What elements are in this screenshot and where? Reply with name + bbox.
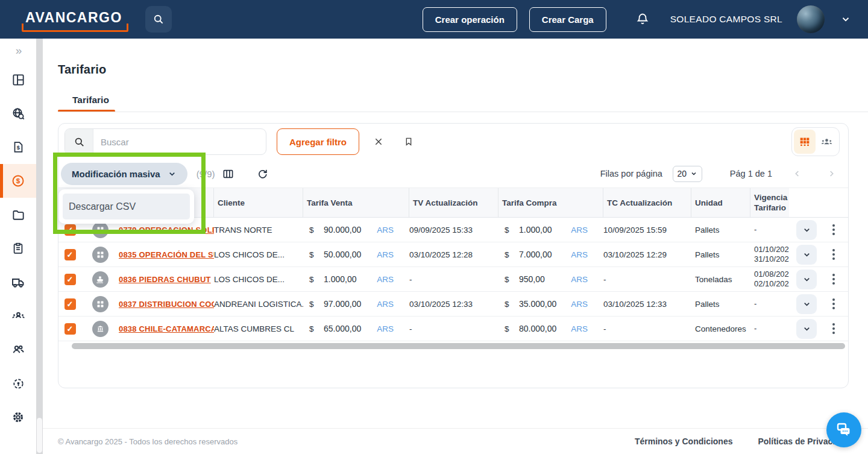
sidebar-item-tracking[interactable] <box>0 367 36 400</box>
account-menu-chevron-icon[interactable] <box>840 14 851 25</box>
cell-cliente: ALTAS CUMBRES CL <box>214 317 303 341</box>
bulk-edit-button[interactable]: Modificación masiva <box>61 163 187 185</box>
table-body: ✓ 0779 OPERCACION SOLEADO TRANS NORTE $ … <box>58 218 848 341</box>
row-checkbox[interactable]: ✓ <box>64 224 76 236</box>
operation-link[interactable]: 0836 PIEDRAS CHUBUT <box>119 275 211 284</box>
save-filter-button[interactable] <box>400 133 417 151</box>
rows-per-page-select[interactable]: 20 <box>673 166 702 182</box>
create-cargo-button[interactable]: Crear Carga <box>529 7 606 32</box>
prev-page-button[interactable] <box>790 166 805 181</box>
currency-symbol: $ <box>505 275 509 284</box>
main-content: Tarifario Tarifario Agregar filtro <box>43 39 868 454</box>
tariff-table-card: Agregar filtro <box>58 123 849 388</box>
row-actions <box>789 218 848 242</box>
navbar-search-button[interactable] <box>145 6 172 33</box>
header-unidad[interactable]: Unidad <box>691 188 750 217</box>
add-filter-button[interactable]: Agregar filtro <box>277 128 359 155</box>
next-page-button[interactable] <box>824 166 838 181</box>
row-menu-button[interactable] <box>830 321 837 336</box>
sidebar-item-fleet[interactable] <box>0 265 36 299</box>
operation-link[interactable]: 0837 DISTRIBUCION COCA... <box>119 300 214 309</box>
cell-tv-actualizacion: 03/10/2025 12:33 <box>409 292 498 316</box>
svg-text:$: $ <box>16 177 20 184</box>
operation-link[interactable]: 0838 CHILE-CATAMARCA <box>119 324 214 333</box>
clear-filters-button[interactable] <box>370 133 387 150</box>
truck-icon <box>11 275 25 289</box>
row-menu-button[interactable] <box>830 296 837 312</box>
notifications-bell-icon[interactable] <box>635 12 650 27</box>
bulk-edit-label: Modificación masiva <box>72 169 160 179</box>
search-input[interactable] <box>93 137 266 147</box>
vertical-scrollbar-thumb[interactable] <box>37 418 42 453</box>
search-box[interactable] <box>64 128 266 155</box>
currency-symbol: $ <box>505 225 509 235</box>
grid-view-button[interactable] <box>794 130 816 154</box>
operation-link[interactable]: 0835 OPERACIÓN DEL SUR <box>119 250 214 259</box>
row-menu-button[interactable] <box>830 222 837 238</box>
header-tv-actualizacion[interactable]: TV Actualización <box>409 188 498 217</box>
chevron-down-icon <box>802 324 811 333</box>
people-view-button[interactable] <box>816 130 837 154</box>
expand-row-button[interactable] <box>796 294 817 314</box>
rows-per-page-label: Filas por página <box>600 169 662 178</box>
row-menu-button[interactable] <box>830 247 837 262</box>
chevron-down-icon <box>168 169 177 178</box>
row-menu-button[interactable] <box>830 271 837 287</box>
sidebar-item-operations-search[interactable] <box>0 96 36 130</box>
tab-tarifario[interactable]: Tarifario <box>72 95 109 106</box>
folder-icon <box>11 208 25 222</box>
chat-widget-button[interactable] <box>826 412 861 447</box>
row-checkbox[interactable]: ✓ <box>64 323 76 335</box>
terms-link[interactable]: Términos y Condiciones <box>635 437 733 446</box>
cell-unidad: Pallets <box>691 242 750 266</box>
sidebar-item-community[interactable] <box>0 299 36 333</box>
sidebar-expand-icon[interactable]: » <box>0 39 36 63</box>
tracking-icon <box>11 377 25 391</box>
copyright-text: © Avancargo 2025 - Todos los derechos re… <box>58 437 237 446</box>
expand-row-button[interactable] <box>796 270 817 289</box>
sidebar-item-tariffs[interactable]: $ <box>0 164 36 198</box>
cell-cliente: ANDREANI LOGISTICA... <box>214 292 303 316</box>
create-operation-button[interactable]: Crear operación <box>423 7 517 32</box>
row-actions <box>789 242 848 266</box>
header-tarifa-venta[interactable]: Tarifa Venta <box>303 188 409 217</box>
currency-symbol: $ <box>309 300 314 309</box>
pallet-view-icon <box>798 135 811 148</box>
cell-tc-actualizacion: 03/10/2025 12:33 <box>603 292 691 316</box>
logo[interactable]: AVANCARGO <box>22 7 128 32</box>
row-checkbox[interactable]: ✓ <box>64 298 76 310</box>
header-actions-cell <box>789 188 848 217</box>
venta-currency: ARS <box>377 275 394 284</box>
chevron-down-icon <box>802 275 811 284</box>
row-checkbox[interactable]: ✓ <box>64 274 76 285</box>
operation-link[interactable]: 0779 OPERCACION SOLEADO <box>119 225 214 235</box>
sidebar-item-dashboard[interactable] <box>0 63 36 96</box>
row-actions <box>789 267 848 291</box>
cargo-type-icon <box>92 222 108 238</box>
sidebar-item-settings[interactable] <box>0 400 36 434</box>
table-row: ✓ 0836 PIEDRAS CHUBUT LOS CHICOS DE... $… <box>58 267 848 292</box>
top-navbar: AVANCARGO Crear operación Crear Carga SO… <box>0 0 868 39</box>
people-view-icon <box>820 135 834 149</box>
header-cliente[interactable]: Cliente <box>214 188 303 217</box>
horizontal-scrollbar-thumb[interactable] <box>72 343 845 349</box>
clipboard-icon <box>11 242 25 255</box>
compra-currency: ARS <box>571 275 588 284</box>
sidebar-item-users[interactable] <box>0 333 36 367</box>
user-avatar[interactable] <box>797 5 825 33</box>
refresh-button[interactable] <box>253 165 272 183</box>
menu-item-download-csv[interactable]: Descargar CSV <box>63 194 190 219</box>
expand-row-button[interactable] <box>796 220 817 240</box>
currency-symbol: $ <box>505 324 509 333</box>
sidebar-item-invoices[interactable]: $ <box>0 130 36 164</box>
sidebar-item-orders[interactable] <box>0 232 36 265</box>
header-tarifa-compra[interactable]: Tarifa Compra <box>498 188 603 217</box>
columns-button[interactable] <box>219 165 237 183</box>
venta-amount: 97.000,00 <box>324 299 361 309</box>
vertical-scrollbar[interactable] <box>36 39 43 454</box>
header-tc-actualizacion[interactable]: TC Actualización <box>603 188 691 217</box>
row-checkbox[interactable]: ✓ <box>64 249 76 260</box>
expand-row-button[interactable] <box>796 245 817 265</box>
sidebar-item-documents[interactable] <box>0 198 36 232</box>
expand-row-button[interactable] <box>796 319 817 339</box>
